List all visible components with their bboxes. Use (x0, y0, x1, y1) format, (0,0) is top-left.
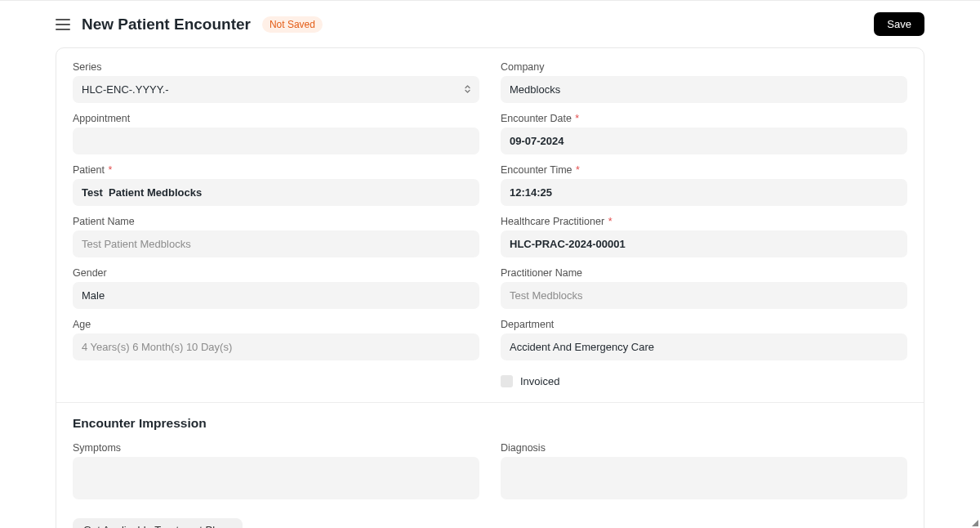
invoiced-label: Invoiced (520, 375, 559, 387)
symptoms-input[interactable] (73, 457, 479, 499)
status-badge: Not Saved (262, 16, 323, 33)
gender-input[interactable] (73, 282, 479, 309)
symptoms-label: Symptoms (73, 442, 479, 454)
appointment-input[interactable] (73, 128, 479, 154)
menu-icon[interactable] (56, 19, 70, 30)
encounter-time-label: Encounter Time * (501, 164, 907, 176)
get-treatment-plans-button[interactable]: Get Applicable Treatment Plans (73, 518, 243, 528)
encounter-time-input[interactable] (501, 179, 907, 206)
patient-label: Patient * (73, 164, 479, 176)
gender-label: Gender (73, 267, 479, 279)
page-title: New Patient Encounter (82, 16, 251, 34)
patient-input[interactable] (73, 179, 479, 206)
encounter-impression-title: Encounter Impression (73, 416, 907, 431)
practitioner-name-label: Practitioner Name (501, 267, 907, 279)
resize-handle-icon (972, 520, 978, 526)
series-select[interactable] (73, 76, 479, 103)
series-label: Series (73, 61, 479, 73)
save-button[interactable]: Save (874, 12, 924, 36)
form-card: Series Appointment Patient * (56, 47, 924, 528)
diagnosis-input[interactable] (501, 457, 907, 499)
practitioner-name-input[interactable] (501, 282, 907, 309)
department-label: Department (501, 319, 907, 330)
invoiced-checkbox[interactable] (501, 375, 513, 387)
company-input[interactable] (501, 76, 907, 103)
patient-name-label: Patient Name (73, 216, 479, 227)
encounter-date-input[interactable] (501, 128, 907, 154)
age-input[interactable] (73, 333, 479, 360)
encounter-date-label: Encounter Date * (501, 113, 907, 124)
patient-name-input[interactable] (73, 230, 479, 257)
diagnosis-label: Diagnosis (501, 442, 907, 454)
healthcare-practitioner-label: Healthcare Practitioner * (501, 216, 907, 227)
department-input[interactable] (501, 333, 907, 360)
company-label: Company (501, 61, 907, 73)
healthcare-practitioner-input[interactable] (501, 230, 907, 257)
age-label: Age (73, 319, 479, 330)
appointment-label: Appointment (73, 113, 479, 124)
